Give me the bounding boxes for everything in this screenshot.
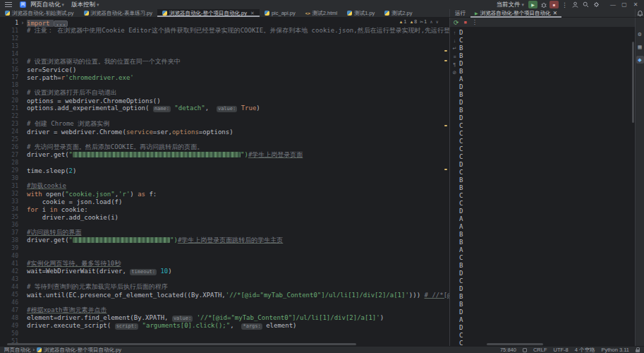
line-number[interactable]: 35 xyxy=(0,214,18,220)
navigate-problem-icon[interactable]: ∧ xyxy=(430,19,432,24)
database-icon[interactable]: ▦ xyxy=(636,43,644,51)
notifications-bell-icon[interactable] xyxy=(637,10,643,17)
file-encoding[interactable]: UTF-8 xyxy=(554,347,569,353)
inspection-count[interactable]: ✂1 xyxy=(420,19,427,24)
warning-mark[interactable] xyxy=(444,125,447,126)
editor-horizontal-scrollbar[interactable] xyxy=(7,343,356,345)
console-action-icon[interactable]: ≡ xyxy=(453,54,456,59)
editor-tab[interactable]: 浏览器自动化-整个项目自动化.py✕ xyxy=(157,9,260,17)
line-number[interactable]: 12 xyxy=(0,35,18,42)
cursor-position[interactable]: 75:840 xyxy=(500,347,516,353)
console-output[interactable]: DCBBDBADBDBDCCCCCDCBBCCDAABBACBDCDBBDADC… xyxy=(459,28,635,346)
line-number[interactable]: 37 xyxy=(0,229,18,236)
stop-button[interactable]: ■ xyxy=(549,1,559,8)
lock-icon[interactable] xyxy=(636,349,640,352)
editor-tab[interactable]: 测试1.py xyxy=(342,9,379,17)
settings-button[interactable] xyxy=(592,1,601,8)
line-number[interactable]: 40 xyxy=(0,253,18,259)
line-number[interactable]: 15 xyxy=(0,59,18,65)
run-button[interactable]: ▶ xyxy=(528,1,537,8)
line-number[interactable]: 46 xyxy=(0,299,18,306)
line-number[interactable]: 42 xyxy=(0,268,18,275)
line-number[interactable]: 31 xyxy=(0,183,18,189)
project-widget[interactable]: 网 网页自动化 ▾ xyxy=(16,0,68,9)
console-action-icon[interactable]: ↓ xyxy=(454,38,456,43)
line-separator[interactable]: CRLF xyxy=(533,347,547,353)
stop-process-button[interactable]: ■ xyxy=(464,20,467,25)
console-action-icon[interactable]: ¶ xyxy=(454,62,456,67)
line-number[interactable]: 48 xyxy=(0,315,18,321)
fold-arrow-icon[interactable]: › xyxy=(18,20,27,26)
warning-mark[interactable] xyxy=(444,50,447,52)
line-number[interactable]: 28 xyxy=(0,160,18,166)
search-everywhere-button[interactable] xyxy=(581,1,590,8)
line-number[interactable]: 36 xyxy=(0,222,18,228)
console-action-icon[interactable]: ↑ xyxy=(454,30,456,35)
console-action-icon[interactable]: ↵ xyxy=(453,46,457,52)
editor-tab[interactable]: 浏览器自动化-初始测试.py xyxy=(0,9,79,17)
navigate-problem-icon[interactable]: ∨ xyxy=(436,19,439,24)
line-number[interactable]: 27 xyxy=(0,152,18,158)
line-number[interactable]: 49 xyxy=(0,323,18,329)
line-number[interactable]: 33 xyxy=(0,198,18,205)
ai-assistant-icon[interactable]: ◆ xyxy=(636,56,644,64)
inspection-count[interactable]: ▲1 xyxy=(399,19,407,24)
line-number[interactable]: 39 xyxy=(0,245,18,251)
console-horizontal-scrollbar[interactable] xyxy=(487,343,543,345)
line-number[interactable]: 38 xyxy=(0,237,18,244)
line-number[interactable]: 1 xyxy=(0,20,18,26)
more-actions-button[interactable]: ⋮ xyxy=(560,1,569,8)
main-menu-icon[interactable] xyxy=(5,2,12,7)
editor-tab[interactable]: 测试2.py xyxy=(379,9,417,17)
line-number[interactable]: 32 xyxy=(0,191,18,197)
breadcrumb-file[interactable]: 浏览器自动化-整个项目自动化.py xyxy=(44,347,121,353)
python-interpreter[interactable]: Python 3.11 xyxy=(602,347,629,353)
line-number[interactable]: 19 xyxy=(0,90,18,96)
gradle-icon[interactable]: ⚙ xyxy=(636,30,644,38)
close-button[interactable]: ✕ xyxy=(630,1,641,8)
line-number[interactable]: 20 xyxy=(0,97,18,104)
close-icon[interactable]: ✕ xyxy=(250,11,255,16)
line-number[interactable]: 17 xyxy=(0,74,18,80)
line-number[interactable]: 26 xyxy=(0,144,18,150)
line-number[interactable]: 11 xyxy=(0,28,18,34)
editor-tab[interactable]: <>测试2.html xyxy=(300,9,342,17)
editor-tab[interactable]: pic_api.py xyxy=(260,9,300,17)
run-config-widget[interactable]: 当前文件 ▾ xyxy=(492,0,528,9)
line-number[interactable]: 30 xyxy=(0,175,18,181)
line-number[interactable]: 22 xyxy=(0,113,18,119)
line-number[interactable]: 18 xyxy=(0,82,18,88)
minimize-button[interactable]: — xyxy=(607,1,619,8)
inspection-count[interactable]: ▲8 xyxy=(409,19,417,24)
line-number[interactable]: 23 xyxy=(0,121,18,127)
line-number[interactable]: 41 xyxy=(0,261,18,267)
line-number[interactable]: 21 xyxy=(0,105,18,112)
status-widget-icon[interactable] xyxy=(523,348,527,352)
line-number[interactable]: 45 xyxy=(0,292,18,298)
line-number[interactable]: 43 xyxy=(0,276,18,282)
line-number[interactable]: 16 xyxy=(0,66,18,73)
breadcrumb[interactable]: 网页自动化 › 浏览器自动化-整个项目自动化.py xyxy=(4,347,121,353)
code-editor[interactable]: 1›import ...11# 注意： 在浏览器中使用Cookie Editor… xyxy=(0,18,449,346)
code-with-me-button[interactable] xyxy=(571,1,580,8)
warning-mark[interactable] xyxy=(444,169,447,170)
close-icon[interactable]: ✕ xyxy=(553,10,557,16)
warning-mark[interactable] xyxy=(444,60,447,61)
editor-tab[interactable]: 浏览器自动化-表单练习.py xyxy=(79,9,158,17)
line-number[interactable]: 13 xyxy=(0,43,18,49)
rerun-button[interactable]: ⟳ xyxy=(454,19,459,26)
line-number[interactable]: 34 xyxy=(0,206,18,213)
console-vertical-scrollbar[interactable] xyxy=(632,42,634,123)
run-more-options-icon[interactable]: ⋮ xyxy=(472,19,478,25)
indent-style[interactable]: 4 个空格 xyxy=(575,347,595,353)
line-number[interactable]: 44 xyxy=(0,284,18,290)
line-number[interactable]: 24 xyxy=(0,128,18,135)
debug-button[interactable] xyxy=(539,1,548,8)
error-stripe[interactable] xyxy=(442,18,449,346)
inspections-widget[interactable]: ▲1▲8✂1∧∨ xyxy=(397,19,441,24)
console-action-icon[interactable]: ⊘ xyxy=(453,70,457,76)
breadcrumb-project[interactable]: 网页自动化 xyxy=(4,347,31,353)
maximize-button[interactable]: ▢ xyxy=(619,1,630,8)
line-number[interactable]: 47 xyxy=(0,307,18,313)
run-tab[interactable]: ▶ 浏览器自动化-整个项目自动化 ✕ xyxy=(470,9,561,18)
